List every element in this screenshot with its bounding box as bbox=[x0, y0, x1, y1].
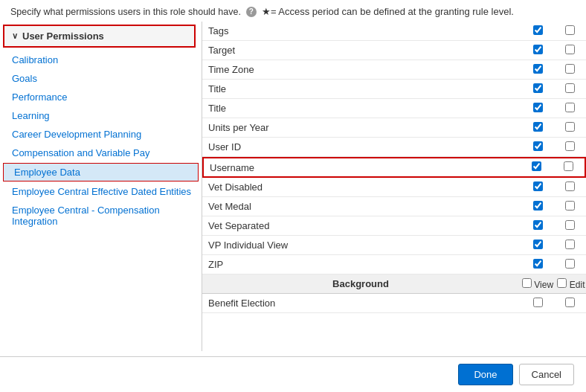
permission-row-units-per-year: Units per Year bbox=[202, 118, 586, 138]
footer: Done Cancel bbox=[0, 356, 586, 392]
permission-label-username: Username bbox=[204, 159, 518, 176]
permission-col1-user-id[interactable] bbox=[533, 141, 543, 151]
permission-label-vet-separated: Vet Separated bbox=[202, 217, 519, 234]
permission-row-target: Target bbox=[202, 41, 586, 60]
background-section-header: Background View Edit bbox=[202, 274, 586, 294]
permission-col1-username[interactable] bbox=[532, 161, 541, 171]
permission-col2-target[interactable] bbox=[565, 45, 575, 54]
sidebar-item-learning[interactable]: Learning bbox=[0, 106, 202, 125]
user-permissions-header[interactable]: ∨ User Permissions bbox=[3, 25, 196, 48]
user-permissions-label: User Permissions bbox=[22, 30, 104, 42]
sidebar-item-goals[interactable]: Goals bbox=[0, 69, 202, 88]
permission-col2-zip[interactable] bbox=[565, 259, 575, 269]
done-button[interactable]: Done bbox=[458, 364, 512, 385]
permission-col1-title2[interactable] bbox=[533, 103, 543, 112]
permission-row-tags: Tags bbox=[202, 22, 586, 41]
permission-row-title2: Title bbox=[202, 99, 586, 118]
permission-row-user-id: User ID bbox=[202, 138, 586, 157]
sidebar-item-employee-data[interactable]: Employee Data bbox=[3, 163, 199, 181]
sidebar-item-compensation[interactable]: Compensation and Variable Pay bbox=[0, 144, 202, 162]
permissions-table: TagsTargetTime ZoneTitleTitleUnits per Y… bbox=[202, 22, 586, 313]
permission-col1-title1[interactable] bbox=[533, 83, 543, 93]
permission-row-username: Username bbox=[202, 157, 586, 178]
permission-row-vet-medal: Vet Medal bbox=[202, 197, 586, 216]
permission-label-vet-medal: Vet Medal bbox=[202, 198, 519, 215]
permission-label-tags: Tags bbox=[202, 22, 519, 39]
permission-col1-vet-disabled[interactable] bbox=[533, 181, 543, 191]
background-edit-header: Edit bbox=[557, 280, 585, 290]
info-icon: ? bbox=[246, 7, 257, 17]
permission-row-title1: Title bbox=[202, 80, 586, 99]
permission-col2-title1[interactable] bbox=[565, 83, 575, 93]
permission-col1-time-zone[interactable] bbox=[533, 64, 543, 74]
permission-col1-vp-individual[interactable] bbox=[533, 240, 543, 249]
permission-row-vet-separated: Vet Separated bbox=[202, 216, 586, 236]
permission-col2-vp-individual[interactable] bbox=[565, 240, 575, 249]
permission-col2-vet-disabled[interactable] bbox=[565, 181, 575, 191]
background-view-checkbox[interactable] bbox=[522, 278, 532, 288]
permission-label-title1: Title bbox=[202, 80, 519, 97]
sidebar: ∨ User Permissions CalibrationGoalsPerfo… bbox=[0, 22, 202, 351]
background-title: Background bbox=[202, 275, 519, 292]
top-info: Specify what permissions users in this r… bbox=[0, 0, 586, 22]
permissions-content: TagsTargetTime ZoneTitleTitleUnits per Y… bbox=[202, 22, 586, 351]
permission-row-zip: ZIP bbox=[202, 255, 586, 274]
permission-label-vet-disabled: Vet Disabled bbox=[202, 179, 519, 196]
sidebar-items: CalibrationGoalsPerformanceLearningCaree… bbox=[0, 51, 202, 231]
chevron-icon: ∨ bbox=[12, 31, 18, 41]
permission-col1-zip[interactable] bbox=[533, 259, 543, 269]
sidebar-item-ec-effective-dated[interactable]: Employee Central Effective Dated Entitie… bbox=[0, 182, 202, 201]
bg-col2-benefit-election[interactable] bbox=[565, 298, 575, 307]
permission-col1-vet-medal[interactable] bbox=[533, 201, 543, 211]
star-note: ★= Access period can be defined at the g… bbox=[262, 6, 514, 17]
bg-row-benefit-election: Benefit Election bbox=[202, 294, 586, 313]
permission-col2-vet-medal[interactable] bbox=[565, 201, 575, 211]
permission-col2-title2[interactable] bbox=[565, 103, 575, 112]
background-view-header: View bbox=[522, 280, 553, 290]
bg-label-benefit-election: Benefit Election bbox=[202, 295, 519, 312]
sidebar-item-performance[interactable]: Performance bbox=[0, 88, 202, 106]
permission-col2-username[interactable] bbox=[564, 161, 573, 171]
permission-label-title2: Title bbox=[202, 100, 519, 117]
background-edit-checkbox[interactable] bbox=[557, 278, 567, 288]
permission-col2-tags[interactable] bbox=[565, 25, 575, 35]
sidebar-item-ec-compensation[interactable]: Employee Central - Compensation Integrat… bbox=[0, 201, 202, 231]
bg-col1-benefit-election[interactable] bbox=[533, 298, 543, 307]
permission-col2-units-per-year[interactable] bbox=[565, 122, 575, 132]
cancel-button[interactable]: Cancel bbox=[519, 364, 574, 385]
sidebar-item-career-development[interactable]: Career Development Planning bbox=[0, 125, 202, 144]
permission-label-time-zone: Time Zone bbox=[202, 61, 519, 78]
permission-label-vp-individual: VP Individual View bbox=[202, 237, 519, 254]
permission-col1-vet-separated[interactable] bbox=[533, 220, 543, 230]
permission-row-vet-disabled: Vet Disabled bbox=[202, 178, 586, 197]
sidebar-item-calibration[interactable]: Calibration bbox=[0, 51, 202, 69]
permission-col2-time-zone[interactable] bbox=[565, 64, 575, 74]
permission-label-units-per-year: Units per Year bbox=[202, 119, 519, 136]
permission-label-zip: ZIP bbox=[202, 256, 519, 273]
permission-row-time-zone: Time Zone bbox=[202, 60, 586, 80]
permission-row-vp-individual: VP Individual View bbox=[202, 236, 586, 255]
permission-col2-user-id[interactable] bbox=[565, 141, 575, 151]
permission-label-user-id: User ID bbox=[202, 138, 519, 155]
permission-col1-units-per-year[interactable] bbox=[533, 122, 543, 132]
permission-col1-tags[interactable] bbox=[533, 25, 543, 35]
permission-label-target: Target bbox=[202, 42, 519, 59]
permission-col1-target[interactable] bbox=[533, 45, 543, 54]
permission-col2-vet-separated[interactable] bbox=[565, 220, 575, 230]
top-info-text: Specify what permissions users in this r… bbox=[10, 7, 241, 17]
